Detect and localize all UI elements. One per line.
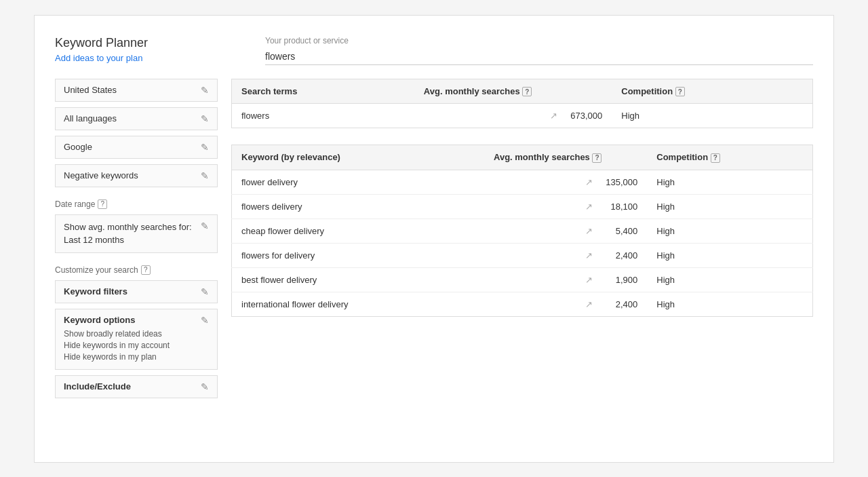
search-terms-col3-header: Competition ? [612,79,812,104]
chart-icon: ↗ [585,299,593,309]
left-panel: United States ✎ All languages ✎ Google ✎… [55,79,218,442]
negative-keywords-filter[interactable]: Negative keywords ✎ [55,164,218,187]
competition-cell: High [647,170,812,194]
include-exclude-edit-icon: ✎ [201,381,209,392]
app-title: Keyword Planner [55,36,245,50]
keyword-cell: best flower delivery [232,267,485,292]
negative-keywords-label: Negative keywords [64,170,138,180]
searches-cell: ↗ 5,400 [484,218,647,243]
competition-cell: High [647,243,812,267]
search-terms-col1-header: Search terms [232,79,414,104]
keyword-filters-title: Keyword filters [64,286,127,297]
chart-icon: ↗ [585,275,593,285]
date-range-question-icon[interactable]: ? [98,199,107,209]
header-right: Your product or service [245,36,813,65]
keyword-ideas-body: flower delivery ↗ 135,000 High flowers d… [232,170,813,316]
searches-cell: ↗ 2,400 [484,292,647,316]
keyword-cell: cheap flower delivery [232,218,485,243]
network-filter[interactable]: Google ✎ [55,136,218,159]
negative-keywords-edit-icon: ✎ [201,170,209,181]
chart-icon: ↗ [585,202,593,212]
table-row: flowers ↗ 673,000 High [232,104,813,128]
search-terms-table: Search terms Avg. monthly searches ? Com… [231,79,813,129]
keyword-ideas-table: Keyword (by relevance) Avg. monthly sear… [231,145,813,317]
competition-cell: High [647,194,812,218]
header-left: Keyword Planner Add ideas to your plan [55,36,245,63]
date-range-box[interactable]: Show avg. monthly searches for: Last 12 … [55,214,218,253]
keyword-options-content: Keyword options Show broadly related ide… [64,315,201,364]
keyword-options-title: Keyword options [64,315,201,325]
search-terms-header-row: Search terms Avg. monthly searches ? Com… [232,79,813,104]
list-item: flowers for delivery ↗ 2,400 High [232,243,813,267]
list-item: flowers delivery ↗ 18,100 High [232,194,813,218]
keyword-cell: international flower delivery [232,292,485,316]
keyword-cell: flower delivery [232,170,485,194]
searches-question-icon-1[interactable]: ? [522,87,532,96]
chart-icon: ↗ [585,250,593,261]
keyword-option-2[interactable]: Hide keywords in my account [64,341,201,350]
language-filter[interactable]: All languages ✎ [55,107,218,130]
customize-question-icon[interactable]: ? [141,265,151,275]
competition-cell: High [612,104,812,128]
chart-icon: ↗ [585,177,593,187]
competition-question-icon-1[interactable]: ? [675,87,685,96]
list-item: flower delivery ↗ 135,000 High [232,170,813,194]
right-panel: Search terms Avg. monthly searches ? Com… [231,79,813,442]
searches-cell: ↗ 135,000 [484,170,647,194]
main-content: United States ✎ All languages ✎ Google ✎… [55,79,813,442]
searches-cell: ↗ 1,900 [484,267,647,292]
app-subtitle: Add ideas to your plan [55,53,245,63]
product-input[interactable] [265,48,813,65]
competition-cell: High [647,267,812,292]
app-container: Keyword Planner Add ideas to your plan Y… [34,15,834,463]
competition-question-icon-2[interactable]: ? [711,153,720,163]
keyword-col2-header: Avg. monthly searches ? [484,145,647,170]
language-label: All languages [64,113,117,123]
keyword-col1-header: Keyword (by relevance) [232,145,485,170]
keyword-col3-header: Competition ? [647,145,812,170]
keyword-cell: flowers for delivery [232,243,485,267]
search-terms-col2-header: Avg. monthly searches ? [414,79,612,104]
searches-question-icon-2[interactable]: ? [592,153,601,163]
competition-cell: High [647,218,812,243]
network-edit-icon: ✎ [201,142,209,153]
list-item: best flower delivery ↗ 1,900 High [232,267,813,292]
date-range-text: Show avg. monthly searches for: Last 12 … [64,221,201,247]
search-term-cell: flowers [232,104,414,128]
keyword-options-edit-icon: ✎ [201,315,209,326]
product-label: Your product or service [265,36,813,45]
chart-icon: ↗ [550,111,557,121]
location-label: United States [64,85,117,95]
keyword-filters-box[interactable]: Keyword filters ✎ [55,280,218,303]
search-terms-body: flowers ↗ 673,000 High [232,104,813,128]
date-range-edit-icon: ✎ [201,221,209,231]
keyword-options-box: Keyword options Show broadly related ide… [55,309,218,370]
include-exclude-title: Include/Exclude [64,381,131,392]
location-edit-icon: ✎ [201,85,209,96]
list-item: cheap flower delivery ↗ 5,400 High [232,218,813,243]
header-section: Keyword Planner Add ideas to your plan Y… [55,36,813,65]
chart-icon: ↗ [585,226,593,236]
customize-section-label: Customize your search ? [55,265,218,275]
searches-cell: ↗ 18,100 [484,194,647,218]
keyword-option-1[interactable]: Show broadly related ideas [64,329,201,339]
date-range-section-label: Date range ? [55,199,218,209]
include-exclude-box[interactable]: Include/Exclude ✎ [55,375,218,398]
keyword-option-3[interactable]: Hide keywords in my plan [64,352,201,362]
searches-cell: ↗ 673,000 [414,104,612,128]
searches-cell: ↗ 2,400 [484,243,647,267]
language-edit-icon: ✎ [201,113,209,124]
list-item: international flower delivery ↗ 2,400 Hi… [232,292,813,316]
location-filter[interactable]: United States ✎ [55,79,218,102]
keyword-header-row: Keyword (by relevance) Avg. monthly sear… [232,145,813,170]
network-label: Google [64,142,92,152]
keyword-filters-edit-icon: ✎ [201,286,209,297]
keyword-cell: flowers delivery [232,194,485,218]
competition-cell: High [647,292,812,316]
